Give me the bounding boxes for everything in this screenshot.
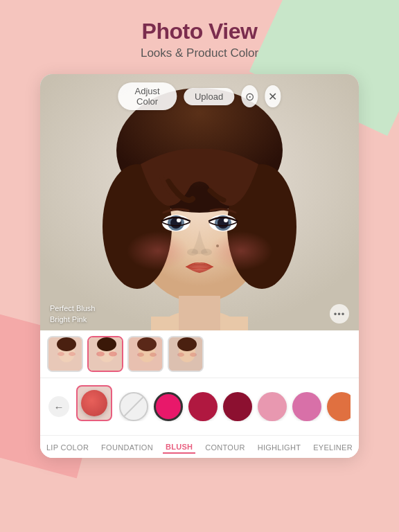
back-icon: ← bbox=[54, 401, 64, 413]
camera-icon: ⊙ bbox=[245, 90, 254, 103]
tab-lip-color[interactable]: LIP COLOR bbox=[44, 442, 91, 453]
svg-point-17 bbox=[127, 231, 189, 270]
product-compact-visual bbox=[81, 390, 107, 416]
header: Photo View Looks & Product Color bbox=[0, 0, 399, 67]
product-line1: Perfect Blush bbox=[50, 303, 95, 314]
color-swatches bbox=[119, 392, 351, 421]
look-thumb-4[interactable] bbox=[168, 336, 204, 372]
topbar: Adjust Color Upload ⊙ ✕ bbox=[118, 82, 281, 110]
svg-point-39 bbox=[177, 353, 184, 357]
svg-point-25 bbox=[69, 352, 76, 356]
looks-row bbox=[40, 330, 359, 378]
svg-point-20 bbox=[216, 245, 219, 247]
svg-point-34 bbox=[137, 353, 144, 357]
category-tabs: LIP COLOR FOUNDATION BLUSH CONTOUR HIGHL… bbox=[40, 436, 359, 458]
look-thumb-2[interactable] bbox=[87, 336, 123, 372]
main-card: Adjust Color Upload ⊙ ✕ bbox=[40, 74, 359, 458]
svg-rect-19 bbox=[179, 296, 220, 330]
tab-foundation[interactable]: FOUNDATION bbox=[98, 442, 156, 453]
face-svg bbox=[40, 74, 359, 330]
adjust-color-button[interactable]: Adjust Color bbox=[118, 82, 177, 110]
look-thumb-1[interactable] bbox=[47, 336, 83, 372]
close-icon: ✕ bbox=[268, 90, 277, 103]
product-thumbnail[interactable] bbox=[76, 385, 112, 421]
swatch-hot-pink[interactable] bbox=[154, 392, 183, 421]
svg-point-30 bbox=[109, 352, 117, 357]
look-thumb-3[interactable] bbox=[127, 336, 163, 372]
svg-point-10 bbox=[177, 218, 181, 222]
tab-highlight[interactable]: HIGHLIGHT bbox=[255, 442, 304, 453]
svg-point-33 bbox=[137, 337, 157, 351]
swatch-deep-crimson[interactable] bbox=[223, 392, 252, 421]
swatch-dark-red[interactable] bbox=[188, 392, 218, 421]
product-thumbnail-wrap: Product Name bbox=[76, 385, 112, 421]
svg-point-29 bbox=[96, 352, 105, 357]
svg-point-35 bbox=[150, 353, 157, 357]
svg-point-40 bbox=[190, 353, 197, 357]
tab-eyeliner[interactable]: EYELINER bbox=[310, 442, 355, 453]
svg-point-24 bbox=[57, 352, 64, 356]
svg-point-28 bbox=[97, 337, 116, 351]
swatch-no-color[interactable] bbox=[119, 392, 148, 421]
upload-button[interactable]: Upload bbox=[184, 88, 234, 105]
swatch-coral[interactable] bbox=[327, 392, 351, 421]
back-button[interactable]: ← bbox=[48, 396, 69, 417]
close-button[interactable]: ✕ bbox=[265, 85, 281, 107]
product-row: ← Product Name bbox=[40, 378, 359, 436]
swatch-light-pink[interactable] bbox=[258, 392, 287, 421]
page-title: Photo View bbox=[14, 19, 385, 44]
photo-view: Perfect Blush Bright Pink ••• bbox=[40, 74, 359, 330]
tab-contour[interactable]: CONTOUR bbox=[202, 442, 248, 453]
product-line2: Bright Pink bbox=[50, 314, 95, 325]
svg-point-23 bbox=[57, 337, 76, 351]
swatch-pink[interactable] bbox=[292, 392, 321, 421]
svg-point-18 bbox=[210, 231, 272, 270]
product-label: Perfect Blush Bright Pink bbox=[50, 303, 95, 325]
tab-blush[interactable]: BLUSH bbox=[163, 441, 195, 454]
more-options-button[interactable]: ••• bbox=[330, 304, 349, 323]
svg-point-14 bbox=[224, 218, 228, 222]
page-subtitle: Looks & Product Color bbox=[14, 46, 385, 60]
svg-point-38 bbox=[177, 337, 197, 351]
camera-button[interactable]: ⊙ bbox=[241, 85, 258, 107]
